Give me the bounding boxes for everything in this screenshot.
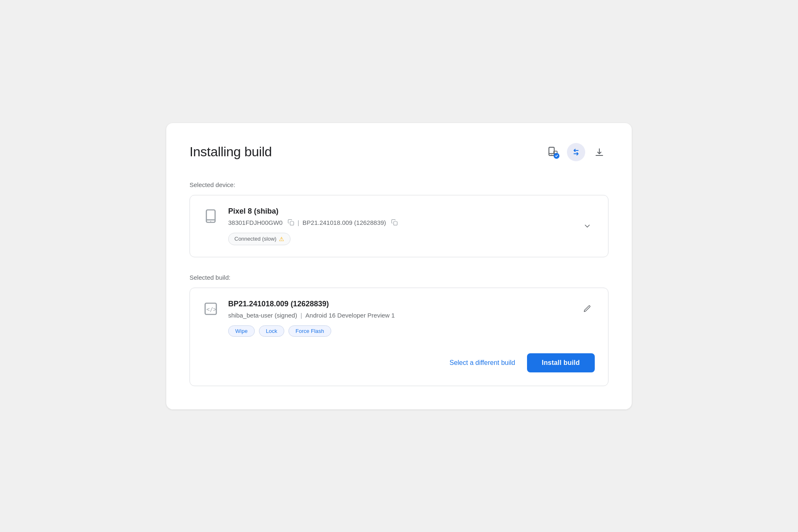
- swap-button[interactable]: [567, 143, 585, 161]
- edit-build-button[interactable]: [580, 301, 595, 316]
- svg-text:</>: </>: [207, 306, 217, 313]
- warning-icon: ⚠: [279, 236, 284, 242]
- connection-status-badge: Connected (slow) ⚠: [228, 233, 291, 245]
- android-version: Android 16 Developer Preview 1: [305, 312, 395, 319]
- selected-build-label: Selected build:: [190, 274, 608, 281]
- svg-rect-5: [207, 210, 215, 222]
- svg-rect-8: [290, 222, 294, 225]
- phone-icon: [203, 209, 218, 224]
- build-tags: Wipe Lock Force Flash: [228, 325, 570, 337]
- install-build-button[interactable]: Install build: [527, 353, 595, 372]
- page-title: Installing build: [190, 144, 272, 160]
- header-actions: [544, 143, 608, 161]
- lock-tag[interactable]: Lock: [259, 325, 284, 337]
- build-card: </> BP21.241018.009 (12628839) shiba_bet…: [190, 288, 608, 386]
- selected-device-label: Selected device:: [190, 181, 608, 188]
- device-expand-button[interactable]: [580, 219, 595, 234]
- device-card: Pixel 8 (shiba) 38301FDJH00GW0 | BP21.24…: [190, 195, 608, 257]
- device-info: Pixel 8 (shiba) 38301FDJH00GW0 | BP21.24…: [228, 207, 570, 245]
- copy-serial-icon[interactable]: [288, 219, 294, 226]
- device-check-icon: [547, 146, 559, 158]
- select-different-build-button[interactable]: Select a different build: [448, 355, 517, 371]
- svg-rect-9: [394, 222, 397, 225]
- header-row: Installing build: [190, 143, 608, 161]
- device-check-button[interactable]: [544, 143, 562, 161]
- separator-1: |: [298, 219, 299, 226]
- device-build-id: BP21.241018.009 (12628839): [303, 219, 386, 226]
- check-badge: [554, 153, 559, 159]
- svg-point-7: [210, 221, 211, 222]
- build-name: BP21.241018.009 (12628839): [228, 300, 570, 308]
- selected-device-section: Selected device: Pixel 8 (shiba) 38301FD…: [190, 181, 608, 257]
- svg-point-2: [551, 155, 552, 155]
- download-button[interactable]: [590, 143, 608, 161]
- build-header: </> BP21.241018.009 (12628839) shiba_bet…: [203, 300, 595, 337]
- build-variant: shiba_beta-user (signed): [228, 312, 297, 319]
- copy-buildid-icon[interactable]: [391, 219, 398, 226]
- force-flash-tag[interactable]: Force Flash: [288, 325, 331, 337]
- build-icon: </>: [203, 301, 218, 316]
- status-text: Connected (slow): [234, 236, 276, 242]
- device-details: 38301FDJH00GW0 | BP21.241018.009 (126288…: [228, 219, 570, 226]
- build-details: shiba_beta-user (signed) | Android 16 De…: [228, 312, 570, 319]
- device-serial: 38301FDJH00GW0: [228, 219, 283, 226]
- wipe-tag[interactable]: Wipe: [228, 325, 255, 337]
- build-actions: Select a different build Install build: [203, 350, 595, 372]
- selected-build-section: Selected build: </> BP21.241018.009 (126…: [190, 274, 608, 386]
- main-card: Installing build: [166, 123, 632, 409]
- device-name: Pixel 8 (shiba): [228, 207, 570, 216]
- build-info: BP21.241018.009 (12628839) shiba_beta-us…: [228, 300, 570, 337]
- separator-2: |: [300, 312, 302, 319]
